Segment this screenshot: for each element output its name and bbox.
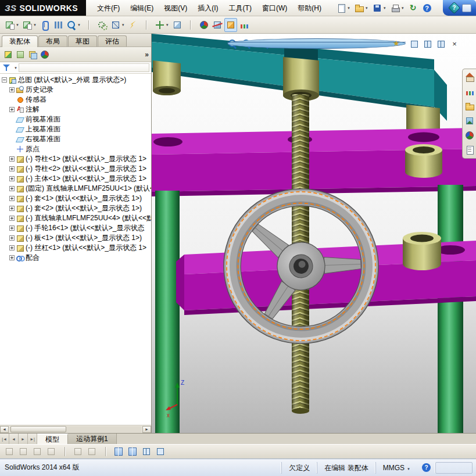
motion-tool-button-2[interactable] <box>17 446 30 458</box>
show-hidden-components-button[interactable] <box>171 18 184 32</box>
view-palette-tab[interactable] <box>463 115 476 127</box>
tree-item[interactable]: 总图 (默认<默认>_外观 显示状态>) <box>0 75 151 85</box>
component-pattern-button[interactable] <box>52 18 65 32</box>
motion-tool-button-6[interactable] <box>85 446 98 458</box>
insert-components-button[interactable]: ▼ <box>3 18 20 32</box>
tree-expander[interactable] <box>9 245 15 250</box>
tree-expander[interactable] <box>9 235 15 241</box>
file-explorer-tab[interactable] <box>463 101 476 112</box>
last-tab-button[interactable]: ►| <box>28 434 37 444</box>
tree-expander[interactable] <box>9 206 15 211</box>
tree-item[interactable]: 上视基准面 <box>0 124 151 134</box>
menu-item[interactable]: 文件(F) <box>92 2 125 15</box>
featuremanager-tree-icon[interactable] <box>3 49 13 60</box>
scroll-right-button[interactable]: ► <box>142 426 151 433</box>
tree-expander[interactable] <box>9 166 15 171</box>
commandmanager-tab[interactable]: 草图 <box>68 35 97 46</box>
tree-item[interactable]: (-) 主体<1> (默认<<默认>_显示状态 1> <box>0 174 151 184</box>
menu-item[interactable]: 窗口(W) <box>257 2 292 15</box>
tree-expander[interactable] <box>9 255 15 260</box>
tree-expander[interactable] <box>9 107 15 112</box>
tree-item[interactable]: (-) 直线轴承LMFLMF25UU<4> (默认<<默认 <box>0 213 151 223</box>
print-button[interactable]: ▼ <box>389 1 406 15</box>
tree-expander[interactable] <box>9 156 15 162</box>
motion-tool-button-3[interactable] <box>31 446 44 458</box>
interference-detection-button[interactable] <box>211 18 224 32</box>
tree-expander[interactable] <box>9 226 15 231</box>
part-bushing-left[interactable] <box>153 60 181 95</box>
configurationmanager-icon[interactable] <box>27 49 38 60</box>
move-component-button[interactable]: ▼ <box>153 18 170 32</box>
viewport-layout-button-2[interactable] <box>126 446 139 458</box>
open-document-button[interactable]: ▼ <box>353 1 370 15</box>
part-flanged-bushing-right[interactable] <box>405 144 442 178</box>
scrollbar-track[interactable] <box>9 426 142 433</box>
commandmanager-tab[interactable]: 布局 <box>38 35 67 46</box>
tree-item[interactable]: (-) 手轮16<1> (默认<<默认>_显示状态 <box>0 223 151 233</box>
apply-scene-button[interactable]: ▼ <box>376 37 389 50</box>
help-button[interactable]: ? <box>448 2 460 14</box>
graphics-viewport[interactable]: x Z ▼ <box>152 34 476 433</box>
tree-expander[interactable] <box>9 87 15 92</box>
tree-expander[interactable] <box>9 196 15 201</box>
tree-item[interactable]: 历史记录 <box>0 85 151 95</box>
mate-button[interactable] <box>96 18 109 32</box>
tree-item[interactable]: 传感器 <box>0 95 151 105</box>
rebuild-button[interactable] <box>407 1 420 15</box>
tree-item[interactable]: (-) 导柱<1> (默认<<默认>_显示状态 1> <box>0 154 151 164</box>
menu-item[interactable]: 编辑(E) <box>125 2 159 15</box>
study-tab[interactable]: 模型 <box>37 434 68 444</box>
displaymanager-icon[interactable] <box>40 49 50 60</box>
part-linear-bearing[interactable] <box>403 232 441 270</box>
active-view-tool-button[interactable] <box>224 18 237 32</box>
motion-tool-button-1[interactable] <box>3 446 16 458</box>
units-selector[interactable]: MMGS▼ <box>375 462 417 474</box>
solidworks-resources-tab[interactable] <box>463 71 476 83</box>
single-view-button[interactable] <box>408 37 421 51</box>
new-document-button[interactable]: ▼ <box>335 1 352 15</box>
tree-item[interactable]: (-) 丝杠<1> (默认<<默认>_显示状态 1> <box>0 243 151 253</box>
edit-appearance-button[interactable] <box>198 18 210 32</box>
close-button[interactable] <box>448 37 461 51</box>
preview-window-button[interactable]: ▼ <box>65 18 82 32</box>
scroll-left-button[interactable]: ◄ <box>0 426 9 433</box>
tree-item[interactable]: (-) 导柱<2> (默认<<默认>_显示状态 1> <box>0 164 151 174</box>
viewport-layout-button-4[interactable] <box>154 446 167 458</box>
menu-item[interactable]: 工具(T) <box>224 2 257 15</box>
motion-tool-button-4[interactable] <box>45 446 58 458</box>
viewport-layout-button-1[interactable] <box>112 446 125 458</box>
study-tab[interactable]: 运动算例1 <box>68 434 117 444</box>
tree-item[interactable]: 右视基准面 <box>0 134 151 144</box>
custom-properties-tab[interactable] <box>463 144 476 156</box>
tree-item[interactable]: (-) 板<1> (默认<<默认>_显示状态 1>) <box>0 233 151 243</box>
scrollbar-thumb[interactable] <box>10 426 66 432</box>
first-tab-button[interactable]: |◄ <box>0 434 9 444</box>
propertymanager-icon[interactable] <box>15 49 26 60</box>
commandmanager-tab[interactable]: 装配体 <box>2 35 38 47</box>
two-view-button[interactable] <box>421 37 434 51</box>
tree-item[interactable]: (-) 套<2> (默认<<默认>_显示状态 1>) <box>0 203 151 213</box>
assembly-3d-view[interactable]: x Z <box>152 34 476 433</box>
tree-item[interactable]: (-) 套<1> (默认<<默认>_显示状态 1>) <box>0 194 151 203</box>
new-part-button[interactable]: ▼ <box>21 18 38 32</box>
smart-fasteners-button[interactable] <box>127 18 139 32</box>
save-button[interactable]: ▼ <box>371 1 388 15</box>
menu-item[interactable]: 帮助(H) <box>292 2 327 15</box>
viewport-layout-button-3[interactable] <box>140 446 153 458</box>
part-guide-column-left[interactable] <box>155 191 180 433</box>
menu-item[interactable]: 插入(I) <box>192 2 223 15</box>
commandmanager-tab[interactable]: 评估 <box>98 35 127 46</box>
restore-window-button[interactable] <box>462 4 471 12</box>
filter-input[interactable] <box>19 63 149 72</box>
tree-item[interactable]: 注解 <box>0 105 151 114</box>
appearances-scenes-tab[interactable] <box>463 130 476 141</box>
attachment-button[interactable] <box>38 18 51 32</box>
tree-expander[interactable] <box>9 216 15 221</box>
filter-dropdown-caret[interactable]: ▼ <box>14 66 17 70</box>
tree-item[interactable]: 原点 <box>0 144 151 154</box>
tree-expander[interactable] <box>2 77 7 83</box>
help-button[interactable] <box>421 1 434 15</box>
design-library-tab[interactable] <box>463 86 476 98</box>
panel-overflow-chevron[interactable]: » <box>145 51 148 59</box>
reference-geometry-button[interactable]: ▼ <box>109 18 126 32</box>
